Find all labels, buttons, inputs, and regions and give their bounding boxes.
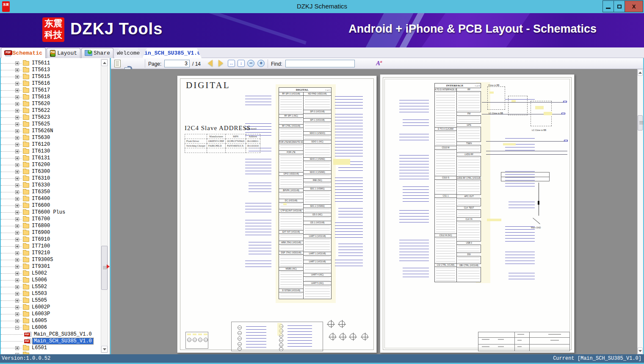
tab-share[interactable]: + Share (81, 48, 113, 58)
expand-icon[interactable] (15, 319, 19, 323)
expand-icon[interactable] (15, 258, 19, 262)
expand-icon[interactable] (15, 299, 19, 303)
maximize-button[interactable] (614, 0, 625, 12)
tree-item-it6131[interactable]: IT6131 (1, 155, 101, 161)
expand-icon[interactable] (15, 238, 19, 242)
expand-icon[interactable] (15, 306, 19, 309)
tree-item-it6200[interactable]: IT6200 (1, 161, 101, 168)
tree-item-it6910[interactable]: IT6910 (1, 236, 101, 243)
scroll-up-button[interactable] (101, 59, 108, 66)
tree-item-main-sch-su385-v1-0[interactable]: PDFMain_SCH_SU385_V1.0 (1, 338, 101, 345)
tree-item-it6600-plus[interactable]: IT6600 Plus (1, 209, 101, 216)
tree-item-it6800[interactable]: IT6800 (1, 222, 101, 229)
tree-item-it9301[interactable]: IT9301 (1, 263, 101, 270)
minimize-button[interactable] (603, 0, 614, 12)
expand-icon[interactable] (15, 109, 19, 113)
tree-item-it6400[interactable]: IT6400 (1, 195, 101, 202)
expand-icon[interactable] (15, 156, 19, 160)
tree-item-it9300s[interactable]: IT9300S (1, 256, 101, 263)
fit-width-button[interactable]: ↔ (228, 60, 235, 67)
doc-tab-close-icon[interactable]: x (203, 50, 206, 56)
tree-item-it6310[interactable]: IT6310 (1, 175, 101, 182)
tree-item-it5617[interactable]: IT5617 (1, 87, 101, 94)
tree-item-l5503[interactable]: L5503 (1, 290, 101, 297)
tree-item-main-pcb-su385-v1-0[interactable]: PDFMain_PCB_SU385_V1.0 (1, 331, 101, 338)
tree-item-it6700[interactable]: IT6700 (1, 216, 101, 222)
scroll-up-button[interactable] (638, 69, 643, 76)
expand-icon[interactable] (15, 89, 19, 92)
expand-icon[interactable] (15, 82, 19, 86)
match-case-button[interactable]: Aa (376, 59, 382, 67)
previous-page-button[interactable] (208, 60, 213, 67)
tree-item-it6130[interactable]: IT6130 (1, 148, 101, 155)
tree-item-it5620[interactable]: IT5620 (1, 100, 101, 107)
tab-layout[interactable]: PADS Layout (47, 48, 80, 58)
expand-icon[interactable] (15, 224, 19, 228)
tree-item-it5623[interactable]: IT5623 (1, 114, 101, 121)
tab-schematic[interactable]: PDF Schematic (1, 47, 46, 58)
tree-item-l5502[interactable]: L5502 (1, 283, 101, 290)
expand-icon[interactable] (15, 95, 19, 99)
viewer-scrollbar-thumb[interactable] (638, 115, 643, 131)
tree-item-l6003p[interactable]: L6003P (1, 311, 101, 317)
expand-icon[interactable] (15, 211, 19, 214)
expand-icon[interactable] (15, 204, 19, 208)
expand-icon[interactable] (15, 190, 19, 194)
page-number-input[interactable] (164, 60, 190, 67)
doc-tab-main-sch[interactable]: Main_SCH_SU385_V1.0 x (142, 48, 202, 58)
tree-item-it5622[interactable]: IT5622 (1, 107, 101, 114)
tree-item-it6900[interactable]: IT6900 (1, 229, 101, 236)
tree-item-it5626n[interactable]: IT5626N (1, 128, 101, 134)
tree-item-it6350[interactable]: IT6350 (1, 189, 101, 195)
expand-icon[interactable] (15, 122, 19, 126)
page-layout-icon[interactable] (114, 60, 121, 67)
tree-item-it5613[interactable]: IT5613 (1, 67, 101, 73)
expand-icon[interactable] (15, 170, 19, 174)
tree-item-it6330[interactable]: IT6330 (1, 182, 101, 189)
expand-icon[interactable] (15, 129, 19, 133)
tree-item-it5611[interactable]: IT5611 (1, 60, 101, 67)
tree-item-it5618[interactable]: IT5618 (1, 94, 101, 100)
tree-item-it7100[interactable]: IT7100 (1, 243, 101, 250)
tree-item-it5625[interactable]: IT5625 (1, 121, 101, 128)
expand-icon[interactable] (15, 272, 19, 275)
zoom-in-button[interactable]: + (257, 60, 265, 67)
scroll-down-button[interactable] (638, 347, 643, 354)
expand-icon[interactable] (15, 75, 19, 79)
expand-icon[interactable] (15, 292, 19, 296)
expand-icon[interactable] (15, 265, 19, 269)
tree-item-l5006[interactable]: L5006 (1, 277, 101, 283)
expand-icon[interactable] (15, 150, 19, 153)
expand-icon[interactable] (15, 217, 19, 221)
tree-item-it6300[interactable]: IT6300 (1, 168, 101, 175)
find-input[interactable] (285, 60, 355, 67)
tree-item[interactable] (1, 351, 101, 354)
tree-item-l6002p[interactable]: L6002P (1, 304, 101, 311)
expand-icon[interactable] (15, 61, 19, 65)
fit-page-button[interactable]: ↕ (238, 60, 245, 67)
expand-icon[interactable] (15, 177, 19, 181)
expand-icon[interactable] (15, 231, 19, 235)
tree-item-l6006[interactable]: L6006 (1, 324, 101, 331)
expand-icon[interactable] (15, 278, 19, 282)
expand-icon[interactable] (15, 312, 19, 316)
expand-icon[interactable] (15, 143, 19, 147)
expand-icon[interactable] (15, 245, 19, 248)
expand-icon[interactable] (15, 183, 19, 187)
tree-item-it5616[interactable]: IT5616 (1, 80, 101, 87)
expand-icon[interactable] (15, 197, 19, 201)
tree-scrollbar[interactable] (101, 59, 108, 353)
doc-tab-welcome[interactable]: Welcome (114, 48, 142, 58)
zoom-out-button[interactable]: − (247, 60, 254, 67)
tree-item-it6120[interactable]: IT6120 (1, 141, 101, 148)
tree-item-l5002[interactable]: L5002 (1, 270, 101, 277)
expand-icon[interactable] (15, 285, 19, 289)
expand-icon[interactable] (15, 136, 19, 140)
tree-item-l5505[interactable]: L5505 (1, 297, 101, 304)
expand-icon[interactable] (15, 346, 19, 350)
expand-icon[interactable] (15, 163, 19, 167)
collapse-icon[interactable] (15, 326, 19, 330)
close-button[interactable]: X (625, 0, 643, 12)
tree-item-l6005[interactable]: L6005 (1, 317, 101, 324)
expand-icon[interactable] (15, 116, 19, 119)
